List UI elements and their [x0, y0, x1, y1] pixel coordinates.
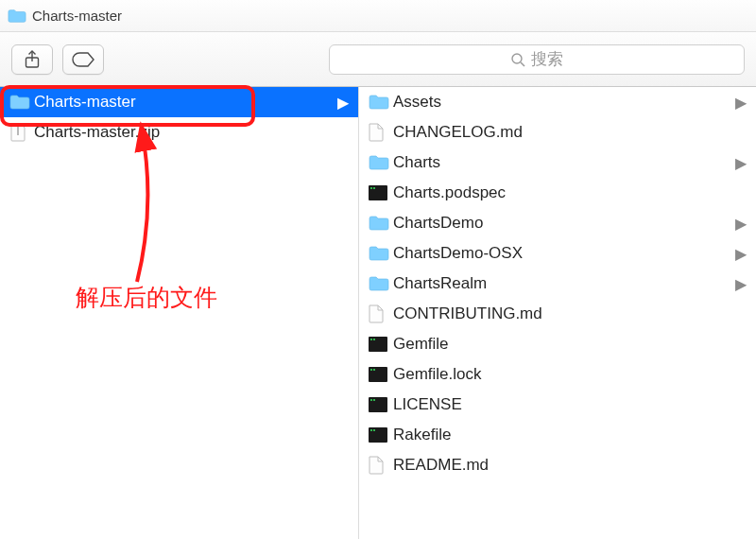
exec-icon — [369, 367, 393, 382]
svg-rect-15 — [370, 399, 372, 401]
exec-icon — [369, 427, 393, 443]
item-label: README.md — [393, 456, 747, 475]
list-item[interactable]: LICENSE — [359, 390, 756, 420]
zip-icon — [9, 123, 34, 142]
svg-rect-7 — [373, 187, 375, 189]
folder-icon — [369, 155, 393, 170]
item-label: ChartsDemo-OSX — [393, 244, 731, 263]
exec-icon — [369, 397, 393, 412]
list-item[interactable]: Assets▶ — [359, 87, 756, 117]
list-item[interactable]: CHANGELOG.md — [359, 117, 756, 148]
item-label: CHANGELOG.md — [393, 123, 747, 142]
titlebar: Charts-master — [0, 0, 756, 32]
chevron-right-icon: ▶ — [735, 94, 747, 112]
search-input[interactable]: 搜索 — [329, 44, 745, 75]
finder-columns: Charts-master ▶ Charts-master.zip Assets… — [0, 87, 756, 539]
item-label: Charts-master.zip — [34, 123, 349, 142]
window-title: Charts-master — [32, 8, 122, 24]
chevron-right-icon: ▶ — [337, 94, 349, 112]
svg-line-3 — [521, 62, 524, 66]
file-icon — [369, 123, 393, 142]
exec-icon — [369, 185, 393, 200]
item-label: ChartsRealm — [393, 274, 731, 293]
svg-rect-10 — [373, 339, 375, 340]
chevron-right-icon: ▶ — [735, 275, 747, 293]
svg-rect-6 — [370, 187, 372, 189]
column-1: Charts-master ▶ Charts-master.zip — [0, 87, 359, 539]
svg-rect-16 — [373, 399, 375, 401]
item-label: Charts.podspec — [393, 183, 747, 202]
folder-icon — [369, 95, 393, 110]
search-icon — [510, 52, 525, 67]
folder-icon — [369, 246, 393, 261]
list-item[interactable]: Charts-master.zip — [0, 117, 358, 148]
item-label: Charts-master — [34, 93, 334, 112]
item-label: LICENSE — [393, 395, 747, 414]
share-button[interactable] — [11, 44, 53, 75]
file-icon — [369, 456, 393, 475]
column-2: Assets▶CHANGELOG.mdCharts▶Charts.podspec… — [359, 87, 756, 539]
item-label: Gemfile.lock — [393, 365, 747, 384]
folder-icon — [8, 9, 26, 24]
item-label: Gemfile — [393, 335, 747, 354]
list-item[interactable]: ChartsDemo-OSX▶ — [359, 238, 756, 269]
svg-rect-4 — [17, 126, 19, 135]
svg-rect-13 — [373, 369, 375, 371]
list-item[interactable]: ChartsDemo▶ — [359, 208, 756, 238]
search-placeholder: 搜索 — [531, 48, 563, 70]
item-label: Charts — [393, 153, 731, 172]
item-label: Rakefile — [393, 426, 747, 444]
list-item[interactable]: Charts▶ — [359, 148, 756, 178]
item-label: Assets — [393, 93, 731, 112]
item-label: ChartsDemo — [393, 214, 731, 233]
svg-rect-19 — [373, 429, 375, 431]
folder-icon — [369, 216, 393, 231]
list-item[interactable]: Gemfile — [359, 329, 756, 359]
share-icon — [24, 50, 41, 69]
folder-icon — [9, 95, 34, 110]
list-item[interactable]: Rakefile — [359, 420, 756, 450]
list-item[interactable]: Gemfile.lock — [359, 359, 756, 390]
chevron-right-icon: ▶ — [735, 154, 747, 172]
list-item[interactable]: README.md — [359, 450, 756, 480]
list-item[interactable]: Charts.podspec — [359, 178, 756, 208]
toolbar: 搜索 — [0, 32, 756, 87]
file-icon — [369, 304, 393, 323]
chevron-right-icon: ▶ — [735, 245, 747, 263]
list-item[interactable]: CONTRIBUTING.md — [359, 299, 756, 329]
svg-rect-9 — [370, 339, 372, 340]
list-item[interactable]: Charts-master ▶ — [0, 87, 358, 117]
tag-icon — [72, 52, 94, 67]
chevron-right-icon: ▶ — [735, 215, 747, 233]
exec-icon — [369, 337, 393, 352]
folder-icon — [369, 276, 393, 291]
svg-rect-12 — [370, 369, 372, 371]
svg-point-2 — [512, 54, 522, 63]
tags-button[interactable] — [62, 44, 104, 75]
item-label: CONTRIBUTING.md — [393, 304, 747, 323]
svg-rect-18 — [370, 429, 372, 431]
list-item[interactable]: ChartsRealm▶ — [359, 269, 756, 299]
